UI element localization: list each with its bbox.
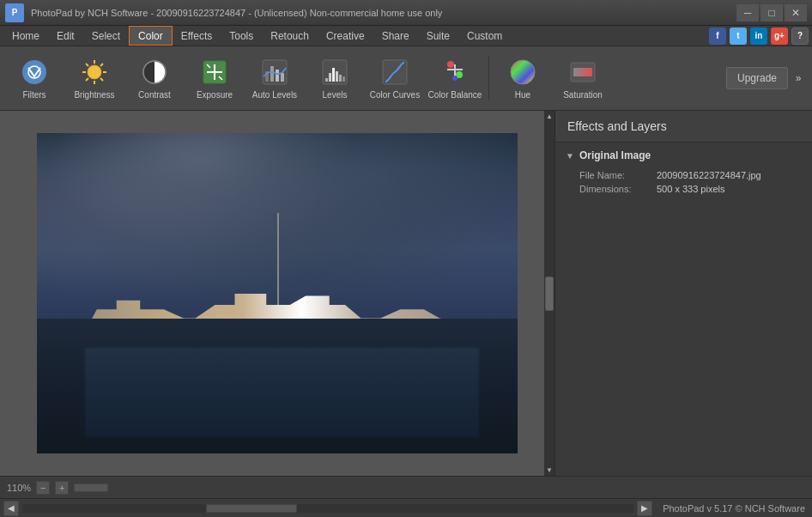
section-title: Original Image [579,149,651,161]
close-button[interactable]: ✕ [785,4,807,21]
scroll-up-arrow[interactable]: ▲ [546,113,553,120]
dimensions-value: 500 x 333 pixels [657,184,725,194]
menu-suite[interactable]: Suite [418,26,458,46]
hscroll-thumb[interactable] [206,504,298,513]
image-reflection [85,348,479,437]
horizontal-scrollbar: ◀ ▶ PhotoPad v 5.17 © NCH Software [0,498,812,517]
levels-icon [319,57,350,88]
svg-rect-27 [332,68,335,82]
app-logo-area: P [5,3,24,22]
original-image-section: ▼ Original Image File Name: 200909162237… [555,143,812,203]
menu-retouch[interactable]: Retouch [262,26,318,46]
more-tools-button[interactable]: » [790,65,807,91]
color-balance-icon [439,57,470,88]
menu-share[interactable]: Share [373,26,418,46]
svg-rect-26 [329,73,331,82]
svg-rect-22 [276,70,279,82]
brightness-icon [79,57,110,88]
menu-tools[interactable]: Tools [221,26,262,46]
statusbar: 110% − + [0,476,812,498]
filters-button[interactable]: Filters [5,51,64,106]
right-panel: Effects and Layers ▼ Original Image File… [554,111,812,476]
section-header: ▼ Original Image [566,149,802,161]
menu-custom[interactable]: Custom [458,26,511,46]
hscroll-track-area: ◀ ▶ [0,501,656,516]
menubar: Home Edit Select Color Effects Tools Ret… [0,26,812,46]
menu-effects[interactable]: Effects [173,26,221,46]
levels-button[interactable]: Levels [306,51,364,106]
hscroll-track[interactable] [22,504,633,513]
zoom-slider[interactable] [74,484,108,492]
hue-button[interactable]: Hue [494,51,552,106]
upgrade-button[interactable]: Upgrade [726,67,788,89]
color-curves-icon [379,57,410,88]
filters-icon [19,57,50,88]
zoom-out-button[interactable]: − [36,481,50,495]
menu-creative[interactable]: Creative [318,26,373,46]
svg-point-0 [22,60,46,84]
app-logo: P [5,3,24,22]
twitter-icon[interactable]: t [730,27,747,45]
linkedin-icon[interactable]: in [750,27,767,45]
auto-levels-button[interactable]: Auto Levels [245,51,304,106]
menu-edit[interactable]: Edit [48,26,83,46]
menu-select[interactable]: Select [83,26,129,46]
menu-color[interactable]: Color [129,26,173,46]
brightness-button[interactable]: Brightness [65,51,124,106]
svg-point-2 [88,65,101,79]
svg-line-8 [100,78,103,81]
main-area: ▲ ▼ Effects and Layers ▼ Original Image [0,111,812,476]
social-icons: f t in g+ ? [709,27,809,45]
googleplus-icon[interactable]: g+ [771,27,788,45]
svg-rect-23 [281,73,284,82]
contrast-icon [139,57,170,88]
canvas-area: ▲ ▼ [0,111,554,476]
exposure-button[interactable]: Exposure [185,51,244,106]
maximize-button[interactable]: □ [760,4,783,21]
window-title: PhotoPad by NCH Software - 2009091622372… [31,8,736,18]
zoom-in-button[interactable]: + [55,481,69,495]
toolbar: Filters Brightness [0,46,812,111]
hscroll-left-arrow[interactable]: ◀ [3,501,19,516]
filename-value: 20090916223724847.jpg [657,170,761,180]
svg-rect-25 [325,78,328,82]
hue-icon [507,57,538,88]
svg-rect-28 [336,71,338,82]
svg-line-10 [86,78,88,81]
svg-point-35 [447,61,454,68]
image-canvas [37,133,518,453]
section-toggle[interactable]: ▼ [566,151,574,161]
filename-row: File Name: 20090916223724847.jpg [579,168,802,182]
window-controls: ─ □ ✕ [736,4,807,21]
hscroll-right-arrow[interactable]: ▶ [637,501,652,516]
scroll-down-arrow[interactable]: ▼ [546,466,553,474]
toolbar-separator [488,57,489,100]
saturation-button[interactable]: Saturation [554,51,612,106]
titlebar: P PhotoPad by NCH Software - 20090916223… [0,0,812,26]
color-balance-button[interactable]: Color Balance [426,51,484,106]
image-lamppost [277,213,279,309]
scroll-thumb[interactable] [545,277,554,311]
svg-point-37 [452,76,458,81]
svg-line-9 [100,64,103,66]
dimensions-label: Dimensions: [579,184,657,194]
svg-rect-41 [573,68,592,76]
contrast-button[interactable]: Contrast [125,51,184,106]
facebook-icon[interactable]: f [709,27,726,45]
menu-home[interactable]: Home [3,26,48,46]
copyright-text: PhotoPad v 5.17 © NCH Software [656,503,812,514]
filename-label: File Name: [579,170,657,180]
dimensions-row: Dimensions: 500 x 333 pixels [579,182,802,196]
vertical-scrollbar[interactable]: ▲ ▼ [544,111,554,476]
svg-rect-30 [342,76,345,82]
auto-levels-icon [259,57,290,88]
exposure-icon [199,57,230,88]
saturation-icon [567,57,598,88]
color-curves-button[interactable]: Color Curves [366,51,424,106]
help-icon[interactable]: ? [791,27,809,45]
panel-header: Effects and Layers [555,111,812,143]
svg-rect-21 [270,66,274,82]
svg-line-7 [86,64,88,66]
svg-rect-29 [339,75,342,82]
minimize-button[interactable]: ─ [736,4,759,21]
